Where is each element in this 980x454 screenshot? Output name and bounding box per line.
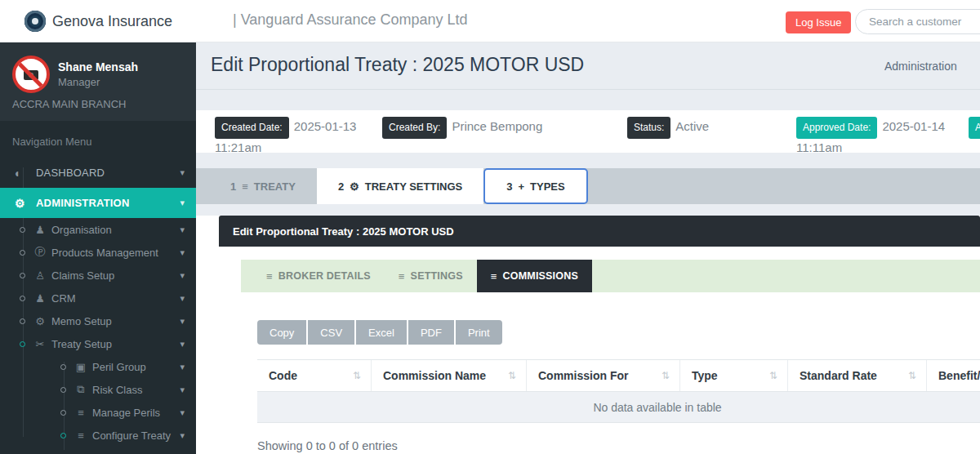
bullet-icon — [60, 433, 66, 438]
chevron-down-icon: ▾ — [180, 430, 185, 441]
bullet-icon — [60, 364, 66, 370]
chevron-down-icon: ▾ — [180, 198, 185, 208]
column-commission-for[interactable]: Commission For ⇅ — [527, 360, 680, 391]
approved-date-badge: Approved Date: — [796, 117, 877, 139]
bullet-icon — [20, 341, 25, 347]
chevron-down-icon: ▾ — [180, 247, 185, 258]
plus-icon: + — [518, 180, 524, 193]
chevron-down-icon: ▾ — [180, 316, 185, 327]
sidebar: Shane Mensah Manager ACCRA MAIN BRANCH N… — [0, 42, 196, 454]
sidebar-item-manage-perils[interactable]: ≡ Manage Perils ▾ — [0, 401, 196, 424]
peril-group-icon: ▣ — [74, 361, 87, 373]
tab-commissions[interactable]: ≡ COMMISSIONS — [477, 260, 592, 292]
column-standard-rate[interactable]: Standard Rate ⇅ — [788, 360, 927, 391]
sidebar-item-memo-setup[interactable]: ⚙ Memo Setup ▾ — [0, 309, 196, 332]
bullet-icon — [60, 387, 66, 393]
top-header: Genova Insurance | Vanguard Assurance Co… — [0, 0, 980, 42]
bullet-icon — [20, 318, 25, 324]
sort-icon: ⇅ — [662, 370, 670, 381]
bullet-icon — [20, 296, 25, 301]
status-field: Status:Active — [627, 117, 791, 139]
print-button[interactable]: Print — [456, 320, 502, 345]
risk-class-icon: ⧉ — [74, 383, 87, 396]
page-title: Edit Proportional Treaty : 2025 MOTOR US… — [211, 54, 584, 76]
created-by-value: Prince Bempong — [452, 119, 542, 133]
brand-logo-icon — [24, 11, 46, 32]
breadcrumb: Administration — [884, 60, 957, 73]
tab-treaty-settings[interactable]: 2 ⚙ TREATY SETTINGS — [317, 168, 483, 204]
sidebar-item-administration[interactable]: ⚙ ADMINISTRATION ▾ — [0, 188, 196, 218]
brand-name: Genova Insurance — [52, 13, 172, 30]
gear-icon: ⚙ — [15, 197, 36, 210]
column-type[interactable]: Type ⇅ — [680, 360, 788, 391]
company-name: | Vanguard Assurance Company Ltd — [233, 11, 468, 29]
list-icon: ≡ — [266, 270, 273, 283]
table-empty-message: No data available in table — [257, 392, 980, 423]
brand[interactable]: Genova Insurance — [24, 11, 172, 32]
approved-date-field: Approved Date:2025-01-14 11:11am — [796, 117, 964, 156]
copy-button[interactable]: Copy — [257, 320, 306, 345]
column-code[interactable]: Code ⇅ — [257, 360, 372, 391]
tab-content: Edit Proportional Treaty : 2025 MOTOR US… — [196, 216, 980, 454]
sidebar-item-configure-treaty[interactable]: ≡ Configure Treaty ▾ — [0, 424, 196, 447]
column-commission-name[interactable]: Commission Name ⇅ — [372, 360, 527, 391]
commissions-table: Code ⇅ Commission Name ⇅ Commission For … — [257, 359, 980, 423]
chevron-down-icon: ▾ — [180, 362, 185, 372]
created-by-field: Created By:Prince Bempong — [382, 117, 627, 139]
crm-icon: ♟ — [33, 292, 47, 305]
sidebar-item-treaty-setup[interactable]: ✂ Treaty Setup ▾ — [0, 332, 196, 355]
user-name: Shane Mensah — [58, 60, 138, 73]
sidebar-item-products-management[interactable]: Ⓟ Products Management ▾ — [0, 241, 196, 264]
approved-by-badge: Approved By: — [969, 117, 980, 139]
sidebar-item-claims-setup[interactable]: ♙ Claims Setup ▾ — [0, 264, 196, 287]
user-branch: ACCRA MAIN BRANCH — [12, 98, 184, 110]
export-button-group: Copy CSV Excel PDF Print — [257, 320, 980, 345]
list-icon: ≡ — [242, 180, 248, 193]
table-summary: Showing 0 to 0 of 0 entries — [257, 439, 980, 452]
manage-perils-icon: ≡ — [74, 407, 87, 419]
list-icon: ≡ — [399, 270, 405, 283]
card-header: Edit Proportional Treaty : 2025 MOTOR US… — [219, 216, 980, 247]
tab-treaty[interactable]: 1 ≡ TREATY — [209, 168, 317, 204]
table-header-row: Code ⇅ Commission Name ⇅ Commission For … — [257, 359, 980, 392]
treaty-info-bar: Created Date:2025-01-13 11:21am Created … — [196, 110, 980, 153]
dashboard-icon: ◐ — [15, 167, 36, 180]
tab-types[interactable]: 3 + TYPES — [483, 168, 587, 204]
chevron-down-icon: ▾ — [180, 270, 185, 281]
wizard-tabbar: 1 ≡ TREATY 2 ⚙ TREATY SETTINGS 3 + TYPES — [196, 168, 980, 204]
sidebar-item-organisation[interactable]: ♟ Organisation ▾ — [0, 218, 196, 241]
treaty-setup-icon: ✂ — [33, 338, 47, 350]
search-input[interactable] — [855, 9, 980, 34]
sidebar-item-peril-group[interactable]: ▣ Peril Group ▾ — [0, 355, 196, 378]
page-header: Edit Proportional Treaty : 2025 MOTOR US… — [196, 42, 980, 90]
nav-section-label: Navigation Menu — [0, 121, 196, 158]
log-issue-button[interactable]: Log Issue — [786, 11, 851, 33]
created-date-badge: Created Date: — [215, 117, 289, 139]
user-profile: Shane Mensah Manager ACCRA MAIN BRANCH — [0, 42, 196, 121]
main-content: Edit Proportional Treaty : 2025 MOTOR US… — [196, 42, 980, 454]
sort-icon: ⇅ — [769, 370, 777, 381]
sidebar-item-crm[interactable]: ♟ CRM ▾ — [0, 287, 196, 309]
sort-icon: ⇅ — [353, 370, 361, 381]
chevron-down-icon: ▾ — [180, 167, 185, 178]
column-benefit-cost[interactable]: Benefit/Cost — [927, 360, 980, 391]
created-by-badge: Created By: — [382, 117, 447, 139]
bullet-icon — [20, 273, 25, 278]
inner-tabbar: ≡ BROKER DETAILS ≡ SETTINGS ≡ COMMISSION… — [241, 260, 980, 292]
pdf-button[interactable]: PDF — [408, 320, 454, 345]
bullet-icon — [20, 250, 25, 256]
bullet-icon — [60, 410, 66, 416]
sort-icon: ⇅ — [508, 370, 516, 381]
chevron-down-icon: ▾ — [180, 385, 185, 395]
tab-settings[interactable]: ≡ SETTINGS — [385, 260, 477, 292]
sidebar-item-dashboard[interactable]: ◐ DASHBOARD ▾ — [0, 158, 196, 188]
products-icon: Ⓟ — [33, 245, 47, 260]
chevron-down-icon: ▾ — [180, 293, 185, 304]
chevron-down-icon: ▾ — [180, 225, 185, 235]
csv-button[interactable]: CSV — [308, 320, 354, 345]
gear-icon: ⚙ — [350, 180, 359, 193]
excel-button[interactable]: Excel — [356, 320, 407, 345]
sidebar-item-risk-class[interactable]: ⧉ Risk Class ▾ — [0, 378, 196, 401]
tab-broker-details[interactable]: ≡ BROKER DETAILS — [252, 260, 385, 292]
configure-treaty-icon: ≡ — [74, 430, 87, 442]
